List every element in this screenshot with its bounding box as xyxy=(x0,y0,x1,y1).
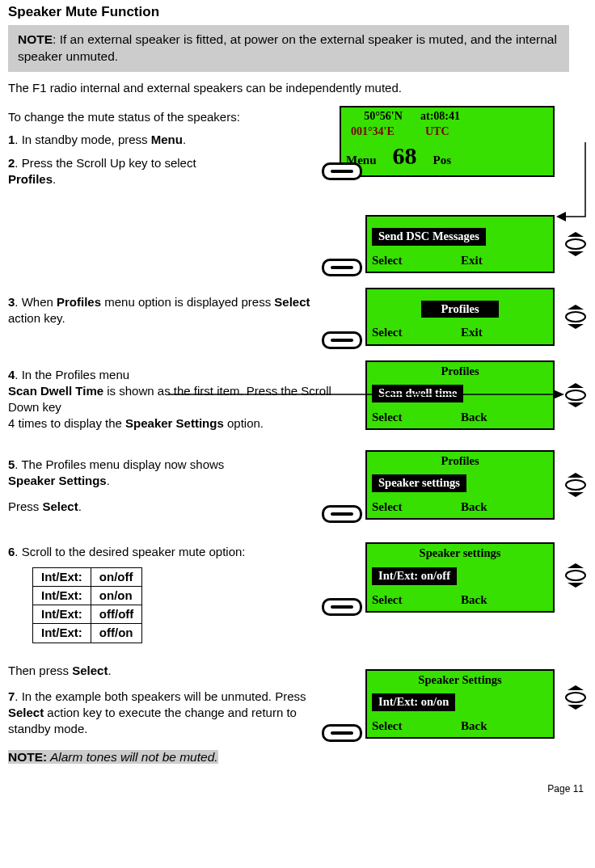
menu-key-icon xyxy=(322,162,362,180)
note-label: NOTE xyxy=(18,32,53,46)
lcd-int-ext-onoff: Speaker settings Int/Ext: on/off SelectB… xyxy=(365,542,555,612)
step-2: 2. Press the Scroll Up key to select Pro… xyxy=(8,155,331,188)
step-4: 4. In the Profiles menu Scan Dwell Time … xyxy=(8,367,331,432)
lcd-speaker-settings: Profiles Speaker settings SelectBack xyxy=(365,450,555,520)
lcd-standby: 50°56'Nat:08:41 001°34'EUTC Menu 68 Pos xyxy=(340,106,555,177)
select-key-icon xyxy=(322,259,362,276)
svg-point-3 xyxy=(566,480,585,490)
step-1: 1. In standby mode, press Menu. xyxy=(8,132,331,148)
svg-point-5 xyxy=(566,693,585,702)
select-key-icon xyxy=(322,505,362,523)
step-3: 3. When Profiles menu option is displaye… xyxy=(8,294,331,327)
svg-point-0 xyxy=(566,239,585,249)
page-number: Page 11 xyxy=(8,782,587,795)
intro2-text: To change the mute status of the speaker… xyxy=(8,109,331,125)
svg-point-2 xyxy=(566,390,585,400)
note-inline: NOTE: Alarm tones will not be muted. xyxy=(8,750,218,764)
lcd-send-dsc: Send DSC Messages SelectExit xyxy=(365,215,555,273)
scroll-wheel-icon xyxy=(564,383,587,407)
step-6: 6. Scroll to the desired speaker mute op… xyxy=(8,544,331,560)
intro-text: The F1 radio internal and external speak… xyxy=(8,80,574,96)
select-key-icon xyxy=(322,331,362,349)
scroll-wheel-icon xyxy=(564,232,587,256)
table-row: Int/Ext:off/on xyxy=(33,624,142,643)
lcd-scan-dwell: Profiles Scan dwell time SelectBack xyxy=(365,360,555,430)
scroll-wheel-icon xyxy=(564,305,587,329)
svg-point-4 xyxy=(566,571,585,580)
scroll-wheel-icon xyxy=(564,563,587,588)
lcd-int-ext-onon: Speaker Settings Int/Ext: on/on SelectBa… xyxy=(365,669,555,739)
note-text: : If an external speaker is fitted, at p… xyxy=(18,32,557,63)
table-row: Int/Ext:on/on xyxy=(33,586,142,605)
table-row: Int/Ext:on/off xyxy=(33,567,142,586)
svg-point-1 xyxy=(566,312,585,322)
lcd-profiles: Profiles SelectExit xyxy=(365,288,555,346)
scroll-wheel-icon xyxy=(564,685,587,710)
select-key-icon xyxy=(322,598,362,616)
step-5: 5. The Profiles menu display now shows S… xyxy=(8,457,331,516)
note-box: NOTE: If an external speaker is fitted, … xyxy=(8,25,569,72)
scroll-wheel-icon xyxy=(564,473,587,497)
table-row: Int/Ext:off/off xyxy=(33,605,142,624)
step-7: 7. In the example both speakers will be … xyxy=(8,689,331,738)
then-press: Then press Select. xyxy=(8,663,331,679)
select-key-icon xyxy=(322,724,362,742)
page-title: Speaker Mute Function xyxy=(8,3,587,22)
speaker-options-table: Int/Ext:on/off Int/Ext:on/on Int/Ext:off… xyxy=(32,567,142,643)
